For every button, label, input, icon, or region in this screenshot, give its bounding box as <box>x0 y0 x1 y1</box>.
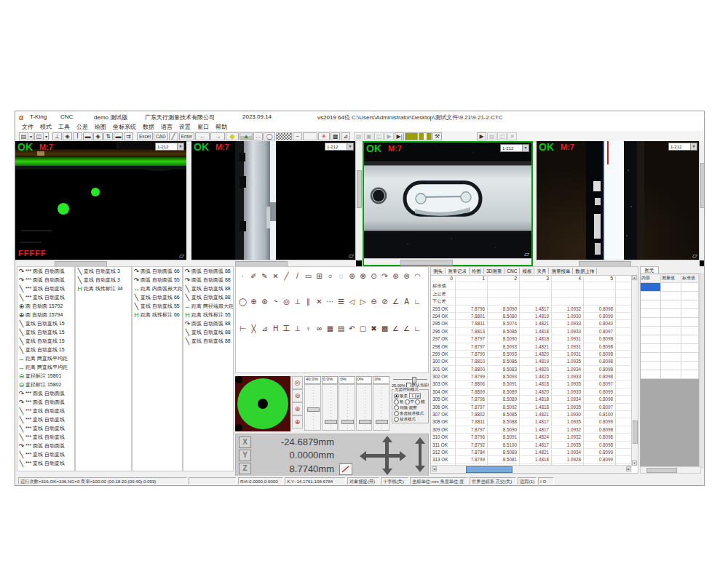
measure-tool-icon[interactable]: ⊜ <box>401 271 412 281</box>
table-row[interactable]: 294 OK7.88018.50801.48191.09300.80991.09… <box>431 313 632 320</box>
measure-tool-icon[interactable]: ◠ <box>412 271 423 281</box>
toolbar-chart-button[interactable]: ⊿ <box>341 132 350 140</box>
slider-thumb[interactable] <box>359 420 371 424</box>
measure-tool-icon[interactable]: ∟ <box>412 324 423 333</box>
resize-icon[interactable]: ▱ <box>179 252 184 259</box>
table-row[interactable]: 302 OK7.87998.50931.48151.09330.80981.09… <box>431 373 632 380</box>
toolbar-save-button[interactable]: ▤ <box>19 132 28 140</box>
feature-list-item[interactable]: ╲直线 自动直线 15 <box>17 346 74 354</box>
feature-list-item[interactable]: ╲直线 自动直线 3 <box>76 276 131 284</box>
angle-radio[interactable] <box>394 411 399 416</box>
feature-list-item[interactable]: ╲直线 自动直线 55 <box>132 302 182 311</box>
measure-tool-icon[interactable]: ⊥ <box>292 324 303 333</box>
feature-list-item[interactable]: H距离 线性标注 66 <box>132 311 182 319</box>
element-cell[interactable] <box>661 292 681 300</box>
slider-thumb[interactable] <box>325 420 337 424</box>
toolbar-open3-button[interactable]: ◫ <box>497 132 507 140</box>
element-cell[interactable] <box>641 309 661 317</box>
pump-radio[interactable] <box>394 394 399 399</box>
element-cell[interactable] <box>641 327 661 335</box>
camera3-hscrollbar[interactable] <box>364 258 531 265</box>
table-row[interactable]: 303 OK7.88068.50911.48181.09350.80971.09… <box>431 380 632 388</box>
light-slider-4[interactable]: 0% <box>356 376 373 431</box>
table-row[interactable]: 307 OK7.88028.50851.48211.09300.81001.09… <box>431 411 632 418</box>
camera-view-3-selected[interactable]: OK M:7 1-212▼ <box>363 141 533 266</box>
element-cell[interactable] <box>661 283 681 291</box>
measure-tool-icon[interactable]: ~ <box>270 297 281 306</box>
resize-icon[interactable]: ▱ <box>349 252 354 259</box>
master-slider[interactable] <box>392 376 429 382</box>
toolbar-shield-button[interactable]: ◈ <box>63 132 72 140</box>
toolbar-updown-button[interactable]: ⇅ <box>103 132 113 140</box>
diagonal-move-button[interactable] <box>339 463 352 475</box>
camera2-zoom-select[interactable]: 1-212▼ <box>325 143 354 151</box>
menu-item-8[interactable]: 设置 <box>179 123 191 131</box>
measure-tool-icon[interactable]: ▦ <box>325 324 336 333</box>
feature-list-item[interactable]: ╲直线 自动直线 3 <box>76 267 131 276</box>
pump-select[interactable]: 1▼ <box>409 393 421 399</box>
table-row[interactable]: 299 OK7.87908.50931.48201.09310.80981.09… <box>431 351 632 358</box>
toolbar-play-button[interactable]: ▶ <box>384 132 394 140</box>
table-fixed-row[interactable]: 标准值 <box>431 282 632 290</box>
element-cell[interactable] <box>681 318 699 326</box>
toolbar-save3-button[interactable]: ▤ <box>487 132 496 140</box>
element-cell[interactable] <box>641 300 661 308</box>
slider-thumb[interactable] <box>341 420 354 424</box>
measure-tool-icon[interactable]: ⊕ <box>347 271 357 281</box>
feature-list-item[interactable]: ╲直线 自动直线 88 <box>183 284 233 293</box>
measure-tool-icon[interactable]: ☰ <box>336 297 347 306</box>
feature-list-item[interactable]: ⊕圆 自动圆 15794 <box>17 311 74 319</box>
measure-tool-icon[interactable]: ✕ <box>314 297 325 306</box>
feature-list-item[interactable]: ↷圆弧 自动圆弧 88 <box>183 319 233 328</box>
camera-view-1[interactable]: OK M:7 1-212▼ <box>15 141 186 266</box>
feature-list-item[interactable]: H距离 线性标注 34 <box>76 284 131 293</box>
measure-tool-icon[interactable]: ⊛ <box>259 297 270 306</box>
measure-tool-icon[interactable]: ⊘ <box>379 297 390 306</box>
feature-list-item[interactable]: ╲直线 自动直线 15 <box>17 319 74 328</box>
table-grid[interactable]: 0123456标准值上公差下公差293 OK7.87968.50901.4817… <box>431 275 632 466</box>
measure-tool-icon[interactable]: ╱ <box>281 271 292 281</box>
feature-list-item[interactable]: ╲*** 直线 自动直线 <box>17 433 74 442</box>
toolbar-tool-button[interactable]: ⚒ <box>432 132 442 140</box>
toolbar-close-tool-button[interactable]: ✕ <box>507 132 517 140</box>
toolbar-probe-button[interactable]: ⊥ <box>52 132 62 140</box>
toolbar-dash-button[interactable]: - - <box>253 132 263 140</box>
measure-tool-icon[interactable]: ✕ <box>270 271 281 281</box>
table-row[interactable]: 311 OK7.87928.51001.48171.09350.80981.09… <box>431 442 632 449</box>
element-row[interactable] <box>641 344 700 353</box>
element-cell[interactable] <box>661 344 681 352</box>
element-cell[interactable] <box>681 309 699 317</box>
measure-tool-icon[interactable]: ∟ <box>412 297 423 306</box>
element-grid[interactable]: 内容测量值标准值 <box>640 274 701 468</box>
slider-track[interactable] <box>373 384 389 431</box>
measure-tool-icon[interactable]: ◯ <box>237 297 248 306</box>
toolbar-blank-button[interactable]: ▬ <box>83 132 92 140</box>
light-slider-1[interactable]: 40.0% <box>304 376 321 431</box>
toolbar-play-end-button[interactable]: ▶| <box>395 132 404 140</box>
measure-tool-icon[interactable]: ✎ <box>259 271 270 281</box>
table-vscrollbar[interactable]: ▲ ▼ <box>631 275 638 466</box>
feature-list-item[interactable]: ╲*** 直线 自动直线 <box>17 407 74 415</box>
toolbar-pen-button[interactable]: ╱ <box>169 132 178 140</box>
menu-item-6[interactable]: 数据 <box>143 123 154 131</box>
measure-tool-icon[interactable]: ↶ <box>347 324 357 333</box>
measure-tool-icon[interactable]: ⊙ <box>368 271 379 281</box>
toolbar-step-button[interactable]: ⇉ <box>124 132 133 140</box>
measure-tool-icon[interactable]: ✖ <box>368 324 379 333</box>
table-fixed-row[interactable]: 下公差 <box>431 298 632 305</box>
toolbar-open2-button[interactable]: ◫ <box>374 132 384 140</box>
toolbar-save-dropdown[interactable]: ▾ <box>29 132 33 140</box>
feature-list-item[interactable]: H距离 线性标注 55 <box>183 311 233 319</box>
element-cell[interactable] <box>641 283 661 291</box>
camera2-hscrollbar[interactable] <box>191 260 356 266</box>
menu-item-7[interactable]: 语言 <box>161 123 173 131</box>
element-cell[interactable] <box>681 353 699 361</box>
table-row[interactable]: 300 OK7.88108.50861.48191.09350.80981.09… <box>431 358 632 365</box>
feature-list-item[interactable]: ↷*** 圆弧 自动圆弧 <box>17 276 74 284</box>
measure-tool-icon[interactable]: ⊥ <box>292 297 303 306</box>
measure-tool-icon[interactable]: ◁ <box>347 297 357 306</box>
axis-z-button[interactable]: Z <box>239 463 251 474</box>
measure-tool-icon[interactable]: A <box>401 297 412 306</box>
toolbar-checker-button[interactable] <box>276 132 292 140</box>
toolbar-blank3-button[interactable] <box>303 132 317 140</box>
